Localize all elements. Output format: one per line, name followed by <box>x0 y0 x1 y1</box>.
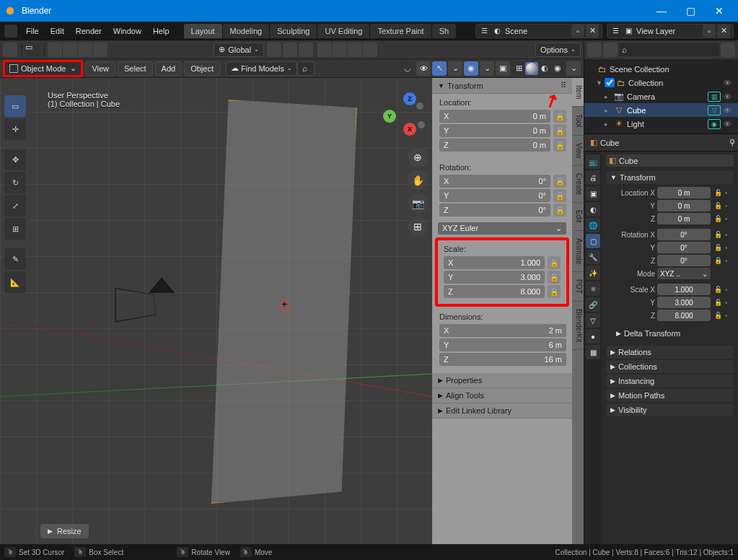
eye-icon[interactable]: 👁 <box>724 79 735 87</box>
tool-select-box[interactable]: ▭ <box>4 95 26 117</box>
pan-button-icon[interactable]: ✋ <box>408 170 428 191</box>
ntab-item[interactable]: Item <box>572 78 584 107</box>
solid-shading-icon[interactable] <box>525 62 538 75</box>
p-rot-y[interactable]: 0° <box>657 242 711 253</box>
object-name-field[interactable]: ◧ <box>606 154 734 167</box>
p-rot-z[interactable]: 0° <box>657 255 711 266</box>
ntab-view[interactable]: View <box>572 136 584 167</box>
scale-y-field[interactable]: Y3.000 <box>444 271 545 284</box>
proportional-editing-group[interactable] <box>317 43 377 57</box>
props-collections-header[interactable]: ▶Collections <box>606 360 734 373</box>
ptab-constraints-icon[interactable]: 🔗 <box>586 297 600 312</box>
last-operator-panel[interactable]: ▶ Resize <box>40 524 89 538</box>
search-asset-input[interactable] <box>297 61 315 76</box>
viewlayer-browse-icon[interactable]: ☰ <box>610 26 620 36</box>
rendered-shading-icon[interactable]: ◉ <box>551 62 564 75</box>
dim-x-field[interactable]: X2 m <box>439 324 566 337</box>
tool-cursor[interactable]: ✛ <box>4 118 26 140</box>
ntab-edit[interactable]: Edit <box>572 203 584 230</box>
editor-type-icon[interactable] <box>3 43 17 57</box>
properties-subpanel[interactable]: ▶Properties <box>432 373 572 388</box>
p-loc-z[interactable]: 0 m <box>657 213 711 224</box>
tree-collection[interactable]: ▼ 🗀 Collection 👁 <box>584 76 738 89</box>
shading-mode-group[interactable]: ⊞ ◐ ◉ <box>511 61 565 76</box>
lock-icon[interactable]: 🔓 <box>713 310 723 320</box>
interaction-mode-dropdown[interactable]: Object Mode ⌄ <box>3 60 83 77</box>
pin-icon[interactable]: ⚲ <box>729 138 735 147</box>
wireframe-shading-icon[interactable]: ⊞ <box>512 62 525 75</box>
lock-icon[interactable]: 🔓 <box>548 285 561 298</box>
transform-orientation-dropdown[interactable]: ⊕ Global ⌄ <box>214 43 264 57</box>
tool-transform[interactable]: ⊞ <box>4 218 26 240</box>
shading-chevron-icon[interactable]: ⌄ <box>566 61 581 76</box>
tree-item-camera[interactable]: ▸ 📷 Camera ▥ 👁 <box>584 89 738 103</box>
gizmo-x-axis[interactable]: X <box>403 123 416 136</box>
props-relations-header[interactable]: ▶Relations <box>606 346 734 359</box>
navigation-gizmo[interactable]: Z Y X <box>383 92 428 137</box>
gizmo-options-chevron-icon[interactable]: ⌄ <box>448 61 462 76</box>
selectability-icon[interactable]: 👁 <box>416 61 431 76</box>
scale-z-field[interactable]: Z8.000 <box>444 285 545 298</box>
eye-icon[interactable]: 👁 <box>724 106 735 115</box>
lock-icon[interactable]: 🔓 <box>548 271 561 284</box>
3d-viewport-canvas[interactable]: ▭ ✛ ✥ ↻ ⤢ ⊞ ✎ 📐 User Perspective (1) Col… <box>0 78 584 546</box>
rotation-mode-dropdown[interactable]: XYZ Euler⌄ <box>438 222 566 235</box>
ptab-modifiers-icon[interactable]: 🔧 <box>586 250 600 264</box>
ptab-output-icon[interactable]: 🖨 <box>586 170 600 185</box>
gizmo-y-axis[interactable]: Y <box>383 110 396 123</box>
window-close-button[interactable]: ✕ <box>705 1 734 21</box>
lock-icon[interactable]: 🔓 <box>713 255 723 266</box>
gizmo-toggle-icon[interactable]: ↖ <box>432 61 447 76</box>
scene-delete-button[interactable]: ✕ <box>586 25 599 38</box>
view-menu[interactable]: View <box>85 61 115 76</box>
rot-z-field[interactable]: Z0° <box>439 204 550 216</box>
window-minimize-button[interactable]: — <box>647 1 676 21</box>
lock-icon[interactable]: 🔓 <box>553 189 566 202</box>
menu-help[interactable]: Help <box>147 24 175 38</box>
camera-view-button-icon[interactable]: 📷 <box>408 193 428 214</box>
rot-y-field[interactable]: Y0° <box>439 189 550 202</box>
tab-uvediting[interactable]: UV Editing <box>317 24 369 38</box>
ntab-pdt[interactable]: PDT <box>572 272 584 302</box>
lock-icon[interactable]: 🔓 <box>553 124 566 137</box>
ntab-blenderkit[interactable]: BlenderKit <box>572 302 584 350</box>
tab-shading[interactable]: Sh <box>432 24 456 38</box>
tree-item-cube[interactable]: ▸ ▽ Cube ▽ 👁 <box>584 103 738 117</box>
ptab-viewlayer-icon[interactable]: ▣ <box>586 186 600 201</box>
tool-measure[interactable]: 📐 <box>4 271 26 293</box>
select-mode-icons[interactable] <box>48 43 107 57</box>
tool-move[interactable]: ✥ <box>4 149 26 170</box>
rot-x-field[interactable]: X0° <box>439 175 550 188</box>
ptab-data-icon[interactable]: ▽ <box>586 313 600 328</box>
ptab-material-icon[interactable]: ● <box>586 329 600 344</box>
tab-sculpting[interactable]: Sculpting <box>270 24 317 38</box>
object-menu[interactable]: Object <box>184 61 220 76</box>
gizmo-z-axis[interactable]: Z <box>403 92 416 105</box>
overlays-toggle-icon[interactable]: ◉ <box>464 61 478 76</box>
tool-rotate[interactable]: ↻ <box>4 172 26 193</box>
ptab-scene-icon[interactable]: ◐ <box>586 202 600 216</box>
snap-type-icon[interactable] <box>299 43 313 57</box>
outliner-tree[interactable]: 🗀 Scene Collection ▼ 🗀 Collection 👁 ▸ 📷 … <box>584 59 738 134</box>
tree-item-light[interactable]: ▸ ☀ Light ◉ 👁 <box>584 117 738 131</box>
object-name-input[interactable] <box>619 157 731 165</box>
viewlayer-delete-button[interactable]: ✕ <box>717 25 730 38</box>
tab-layout[interactable]: Layout <box>184 24 222 38</box>
menu-render[interactable]: Render <box>70 24 107 38</box>
snap-icon[interactable] <box>283 43 297 57</box>
add-menu[interactable]: Add <box>155 61 183 76</box>
ntab-tool[interactable]: Tool <box>572 107 584 135</box>
ptab-particles-icon[interactable]: ✨ <box>586 266 600 280</box>
p-scale-x[interactable]: 1.000 <box>657 284 711 295</box>
mesh-data-icon[interactable]: ▽ <box>708 105 721 115</box>
outliner-search-input[interactable] <box>619 43 719 56</box>
menu-window[interactable]: Window <box>107 24 147 38</box>
outliner-filter-icon[interactable] <box>721 43 735 57</box>
lock-icon[interactable]: 🔓 <box>713 201 723 211</box>
lock-icon[interactable]: 🔓 <box>553 204 566 216</box>
lock-icon[interactable]: 🔓 <box>713 214 723 224</box>
options-dropdown[interactable]: Options ⌄ <box>535 43 581 57</box>
dim-y-field[interactable]: Y6 m <box>439 338 566 351</box>
viewlayer-new-button[interactable]: ▫ <box>703 25 716 38</box>
camera-object[interactable] <box>118 280 169 316</box>
